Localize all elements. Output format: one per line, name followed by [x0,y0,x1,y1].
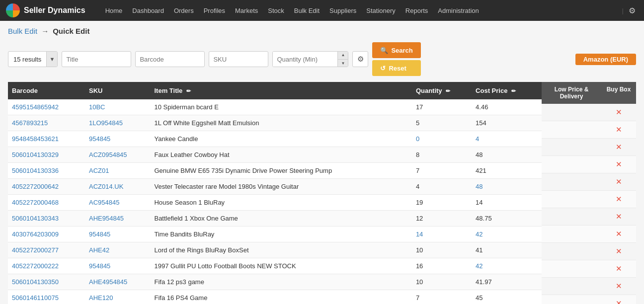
cell-lpd [542,226,601,242]
cell-qty: 19 [412,195,472,211]
cell-sku[interactable]: AC954845 [85,195,151,211]
cell-barcode[interactable]: 4052272000642 [8,179,85,195]
gear-icon[interactable]: ⚙ [626,6,638,15]
qty-edit-icon[interactable]: ✏ [446,88,450,94]
cell-bb[interactable]: ✕ [601,104,636,121]
buybbox-x-icon[interactable]: ✕ [616,282,622,290]
cell-bb[interactable]: ✕ [601,278,636,295]
cell-sku[interactable]: 954845 [85,258,151,274]
cell-qty: 7 [412,163,472,179]
qty-min-input[interactable] [273,51,337,67]
cell-sku[interactable]: 954845 [85,227,151,242]
cell-barcode[interactable]: 5060104130329 [8,147,85,163]
right-panel: Low Price & Delivery Buy Box ✕ ✕ ✕ ✕ ✕ ✕… [542,82,636,304]
nav-link-stationery[interactable]: Stationery [361,0,401,21]
barcode-input[interactable] [135,51,205,67]
cell-qty: 14 [412,227,472,242]
cell-bb[interactable]: ✕ [601,139,636,155]
buybbox-x-icon[interactable]: ✕ [616,108,622,116]
cell-barcode[interactable]: 4052272000468 [8,195,85,211]
cell-bb[interactable]: ✕ [601,226,636,242]
cell-sku[interactable]: 10BC [85,99,151,115]
cell-bb[interactable]: ✕ [601,173,636,190]
qty-down-btn[interactable]: ▼ [338,60,348,68]
nav-link-stock[interactable]: Stock [263,0,289,21]
main-layout: Barcode SKU Item Title ✏ Quantity ✏ Cost… [8,82,636,304]
cell-barcode[interactable]: 5060146110075 [8,290,85,304]
qty-up-btn[interactable]: ▲ [338,51,348,60]
reset-button[interactable]: ↺ Reset [372,60,420,76]
cell-cost: 154 [472,115,542,131]
cell-title: Lord of the Rings BluRay BoxSet [150,242,411,258]
nav-link-orders[interactable]: Orders [169,0,199,21]
marketplace-badge: Amazon (EUR) [575,54,636,65]
right-panel-row: ✕ [542,191,636,208]
breadcrumb-parent[interactable]: Bulk Edit [8,27,37,35]
cell-barcode[interactable]: 4595154865942 [8,99,85,115]
buybbox-x-icon[interactable]: ✕ [616,212,622,221]
sku-input[interactable] [209,51,268,67]
nav-link-reports[interactable]: Reports [401,0,433,21]
nav-link-profiles[interactable]: Profiles [199,0,230,21]
cell-qty: 10 [412,242,472,258]
search-button[interactable]: 🔍 Search [372,42,420,58]
cost-edit-icon[interactable]: ✏ [511,88,516,94]
cell-title: 1997 Gullit PU Lotto Football Boots NEW … [150,258,411,274]
cell-barcode[interactable]: 4030764203009 [8,227,85,242]
buybbox-x-icon[interactable]: ✕ [616,143,622,151]
cell-bb[interactable]: ✕ [601,243,636,260]
cell-sku[interactable]: AHE4954845 [85,274,151,290]
cell-barcode[interactable]: 5060104130350 [8,274,85,290]
cell-sku[interactable]: ACZ014.UK [85,179,151,195]
cell-bb[interactable]: ✕ [601,295,636,304]
cell-barcode[interactable]: 4052272000222 [8,258,85,274]
page-content: Bulk Edit → Quick Edit 15 results ▼ ▲ ▼ … [0,21,644,304]
buybbox-x-icon[interactable]: ✕ [616,125,622,134]
nav-link-dashboard[interactable]: Dashboard [127,0,169,21]
nav-link-suppliers[interactable]: Suppliers [324,0,361,21]
right-panel-row: ✕ [542,260,636,278]
logo-icon [6,3,20,17]
buybbox-x-icon[interactable]: ✕ [616,160,622,168]
cell-sku[interactable]: AHE120 [85,290,151,304]
cell-bb[interactable]: ✕ [601,121,636,138]
cell-barcode[interactable]: 4567893215 [8,115,85,131]
cell-bb[interactable]: ✕ [601,260,636,277]
title-input[interactable] [62,51,131,67]
settings-btn[interactable]: ⚙ [352,51,368,67]
cell-sku[interactable]: ACZ01 [85,163,151,179]
cell-sku[interactable]: 954845 [85,131,151,147]
buybbox-x-icon[interactable]: ✕ [616,229,622,238]
cell-lpd [542,104,601,121]
cell-barcode[interactable]: 5060104130343 [8,211,85,227]
cell-barcode[interactable]: 5060104130336 [8,163,85,179]
buybbox-x-icon[interactable]: ✕ [616,299,622,304]
cell-sku[interactable]: 1LO954845 [85,115,151,131]
right-panel-row: ✕ [542,139,636,156]
cell-barcode[interactable]: 4052272000277 [8,242,85,258]
cell-bb[interactable]: ✕ [601,208,636,225]
brand: Seller Dynamics [6,3,85,17]
cell-qty: 7 [412,290,472,304]
buybbox-x-icon[interactable]: ✕ [616,177,622,186]
buybbox-x-icon[interactable]: ✕ [616,195,622,203]
cell-bb[interactable]: ✕ [601,191,636,208]
nav-link-administration[interactable]: Administration [433,0,483,21]
nav-link-bulk-edit[interactable]: Bulk Edit [289,0,324,21]
right-panel-row: ✕ [542,121,636,139]
title-edit-icon[interactable]: ✏ [186,88,191,94]
cell-sku[interactable]: AHE42 [85,242,151,258]
results-dropdown-btn[interactable]: ▼ [46,51,57,67]
buybbox-x-icon[interactable]: ✕ [616,264,622,273]
table-row: 4567893215 1LO954845 1L Off White Eggshe… [8,115,542,131]
nav-link-markets[interactable]: Markets [230,0,263,21]
cell-bb[interactable]: ✕ [601,156,636,173]
nav-links: HomeDashboardOrdersProfilesMarketsStockB… [100,0,620,21]
cell-sku[interactable]: ACZ0954845 [85,147,151,163]
cell-sku[interactable]: AHE954845 [85,211,151,227]
cell-title: 1L Off White Eggshell Matt Emulsion [150,115,411,131]
buybbox-x-icon[interactable]: ✕ [616,247,622,255]
cell-qty: 10 [412,274,472,290]
nav-link-home[interactable]: Home [100,0,128,21]
cell-barcode[interactable]: 9548458453621 [8,131,85,147]
